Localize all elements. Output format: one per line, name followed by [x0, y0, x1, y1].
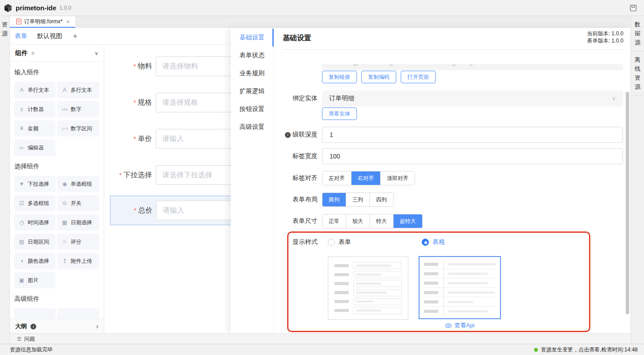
- preview-label-col: [424, 260, 444, 269]
- tab-close-icon[interactable]: ×: [66, 19, 70, 25]
- field-input-规格[interactable]: [156, 93, 231, 112]
- tab-form-view[interactable]: 表单: [15, 32, 27, 40]
- component-item-radio-group[interactable]: ◉单选框组: [57, 176, 99, 192]
- form-canvas[interactable]: *物料*规格*单价*下拉选择*总价: [104, 45, 231, 334]
- view-entity-button[interactable]: 查看实体: [322, 107, 357, 120]
- settings-nav-item-业务规则[interactable]: 业务规则: [231, 64, 273, 82]
- preview-form-row: [335, 289, 402, 296]
- component-item-rating[interactable]: ☆评分: [57, 234, 99, 250]
- add-view-button[interactable]: +: [73, 32, 77, 41]
- component-item-switch[interactable]: ⊙开关: [57, 195, 99, 211]
- preview-value-line: [356, 274, 381, 276]
- link-button-复制编码[interactable]: 复制编码: [361, 71, 396, 83]
- component-item-file-upload[interactable]: ↥附件上传: [57, 253, 99, 269]
- component-item-editor[interactable]: A≡编辑器: [14, 140, 55, 156]
- rating-icon: ☆: [61, 239, 68, 245]
- form-field-单价[interactable]: *单价: [110, 129, 231, 149]
- settings-nav-item-表单状态[interactable]: 表单状态: [231, 47, 273, 64]
- segment-option-三列[interactable]: 三列: [346, 193, 369, 206]
- field-input-物料[interactable]: [156, 56, 231, 76]
- component-item-number[interactable]: 123数字: [57, 101, 99, 117]
- save-button[interactable]: [628, 3, 639, 13]
- selected-field-wrapper[interactable]: *总价: [110, 196, 231, 225]
- settings-nav-item-按钮设置[interactable]: 按钮设置: [231, 100, 273, 118]
- form-style-preview[interactable]: [328, 257, 408, 320]
- segment-option-较大[interactable]: 较大: [346, 214, 369, 228]
- component-item-color-picker[interactable]: ◑颜色选择: [14, 253, 55, 269]
- preview-label-bar: [335, 291, 349, 294]
- single-line-text-icon: A: [18, 87, 25, 93]
- component-item-money[interactable]: ¥金额: [14, 120, 55, 137]
- field-input-总价[interactable]: [156, 201, 231, 220]
- display-style-option-form[interactable]: 表单: [328, 238, 351, 246]
- segment-option-超特大[interactable]: 超特大: [393, 214, 422, 228]
- panel-scrollbar[interactable]: [626, 92, 629, 314]
- radio-group-icon: ◉: [61, 181, 68, 187]
- number-icon: 123: [61, 107, 68, 111]
- segment-option-特大[interactable]: 特大: [369, 214, 393, 228]
- rail-char: 源: [635, 82, 640, 91]
- form-field-下拉选择[interactable]: *下拉选择: [110, 165, 231, 185]
- status-green-dot-icon: [534, 348, 538, 352]
- status-right[interactable]: 资源发生变更，点击查看,检查时间:14:48: [534, 346, 638, 354]
- rail-item-offline-resources[interactable]: 离线资源: [631, 51, 644, 96]
- component-item-select[interactable]: ▼下拉选择: [14, 176, 55, 192]
- rail-item-data-source[interactable]: 数据源: [631, 16, 644, 51]
- component-item-date-range[interactable]: ▤日期区间: [14, 234, 55, 250]
- settings-nav: 基础设置表单状态业务规则扩展逻辑按钮设置高级设置: [231, 28, 274, 334]
- form-field-总价[interactable]: *总价: [110, 201, 231, 220]
- tab-default-view[interactable]: 默认视图: [37, 32, 62, 40]
- settings-block: 基础设置表单状态业务规则扩展逻辑按钮设置高级设置 基础设置 当前版本: 1.0.…: [231, 28, 631, 334]
- component-item-time-picker[interactable]: ◷时间选择: [14, 214, 55, 231]
- problems-bar[interactable]: ☰ 问题: [10, 334, 631, 344]
- form-field-物料[interactable]: *物料: [110, 56, 231, 76]
- link-button-打开页面[interactable]: 打开页面: [401, 71, 436, 83]
- segment-option-右对齐[interactable]: 右对齐: [351, 171, 380, 185]
- component-item-single-line-text[interactable]: A单行文本: [14, 82, 55, 98]
- segment-option-两列[interactable]: 两列: [322, 193, 346, 206]
- link-button-复制链接[interactable]: 复制链接: [322, 71, 357, 83]
- table-style-preview[interactable]: [419, 256, 501, 319]
- bind-entity-select[interactable]: 订单明细 ∨: [322, 90, 623, 107]
- preview-value-line: [448, 310, 487, 312]
- rail-item-resources[interactable]: 资源: [0, 16, 9, 42]
- preview-label-bar: [424, 291, 438, 294]
- segment-option-顶部对齐[interactable]: 顶部对齐: [380, 171, 415, 185]
- color-picker-icon: ◑: [18, 258, 25, 264]
- bind-entity-label: 绑定实体: [283, 94, 318, 103]
- segment-option-左对齐[interactable]: 左对齐: [322, 171, 351, 185]
- component-item-date-picker[interactable]: ▦日期选择: [57, 214, 99, 231]
- component-label: 单选框组: [71, 180, 92, 188]
- component-item-number-range[interactable]: 1~3数字区间: [57, 120, 99, 137]
- settings-nav-item-扩展逻辑[interactable]: 扩展逻辑: [231, 82, 273, 100]
- settings-nav-item-基础设置[interactable]: 基础设置: [231, 29, 273, 47]
- tab-order-detail-formx[interactable]: 订单明细.formx* ×: [10, 16, 75, 28]
- settings-nav-item-高级设置[interactable]: 高级设置: [231, 118, 273, 136]
- outline-section[interactable]: 大纲 i ›: [10, 319, 104, 334]
- component-item-multi-line-text[interactable]: A多行文本: [57, 82, 99, 98]
- preview-form-row: [335, 271, 402, 278]
- number-range-icon: 1~3: [61, 127, 68, 131]
- rail-char: 数: [635, 20, 640, 29]
- segment-option-四列[interactable]: 四列: [369, 193, 393, 206]
- label-width-input[interactable]: [322, 148, 623, 164]
- component-item-image[interactable]: ▣图片: [14, 272, 55, 288]
- palette-menu-icon[interactable]: ≡: [31, 50, 34, 56]
- field-input-下拉选择[interactable]: [156, 165, 231, 185]
- outline-expand-icon[interactable]: ›: [96, 322, 98, 330]
- preview-input-box: [353, 280, 402, 287]
- preview-label-col: [424, 307, 444, 316]
- cascade-depth-input[interactable]: [322, 127, 623, 143]
- preview-value-line: [356, 300, 373, 303]
- component-item-checkbox-group[interactable]: ☑多选框组: [14, 195, 55, 211]
- settings-panel: 基础设置 当前版本: 1.0.0 表单版本: 1.0.0 复制链接复制编码打开页…: [274, 28, 631, 334]
- component-item-counter[interactable]: ±计数器: [14, 101, 55, 117]
- form-field-规格[interactable]: *规格: [110, 93, 231, 112]
- palette-collapse-icon[interactable]: ∨: [94, 50, 98, 56]
- segment-option-正常[interactable]: 正常: [322, 214, 346, 228]
- view-api-link[interactable]: 查看Api: [419, 321, 501, 329]
- display-style-option-table[interactable]: 表格: [422, 238, 445, 246]
- chevron-down-icon: ∨: [612, 95, 616, 102]
- form-version: 表单版本: 1.0.0: [587, 37, 623, 44]
- field-input-单价[interactable]: [156, 129, 231, 149]
